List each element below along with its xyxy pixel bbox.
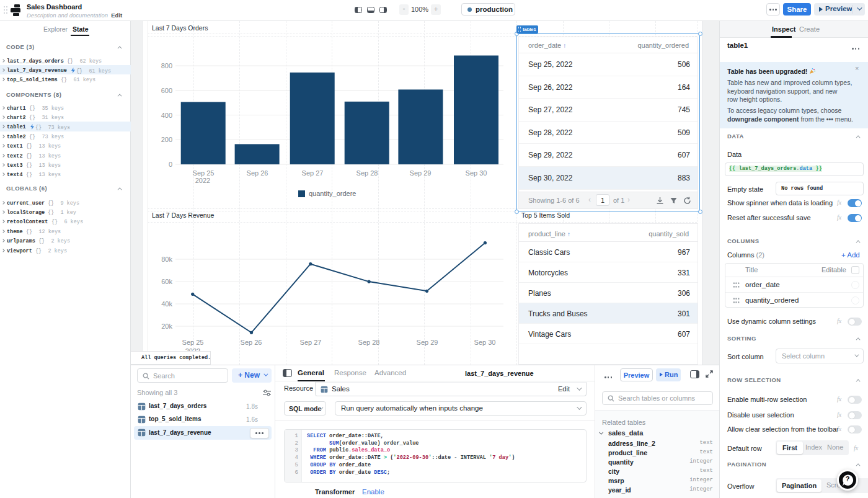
svg-text:Sep 26: Sep 26 (247, 169, 268, 177)
svg-text:Sep 30: Sep 30 (466, 169, 487, 177)
svg-text:600: 600 (161, 87, 172, 94)
svg-text:Sep 28: Sep 28 (356, 169, 378, 177)
svg-text:0: 0 (169, 161, 172, 168)
svg-text:40k: 40k (161, 300, 172, 308)
svg-text:400: 400 (161, 112, 172, 119)
svg-text:80k: 80k (161, 256, 172, 263)
svg-text:Sep 30: Sep 30 (474, 339, 496, 346)
svg-text:2022: 2022 (195, 177, 210, 184)
svg-text:Sep 29: Sep 29 (410, 169, 432, 177)
svg-text:Sep 26: Sep 26 (241, 339, 262, 346)
svg-text:quantity_ordere: quantity_ordere (309, 190, 356, 197)
svg-text:Sep 25: Sep 25 (182, 339, 204, 346)
svg-text:60k: 60k (161, 278, 172, 285)
svg-text:Sep 28: Sep 28 (358, 339, 380, 346)
svg-text:800: 800 (161, 62, 172, 69)
svg-text:Sep 27: Sep 27 (302, 169, 324, 177)
svg-text:Sep 29: Sep 29 (417, 339, 438, 346)
svg-text:Sep 25: Sep 25 (193, 169, 215, 177)
svg-text:Sep 27: Sep 27 (300, 339, 322, 346)
svg-text:20k: 20k (161, 322, 172, 330)
svg-text:200: 200 (161, 136, 172, 143)
